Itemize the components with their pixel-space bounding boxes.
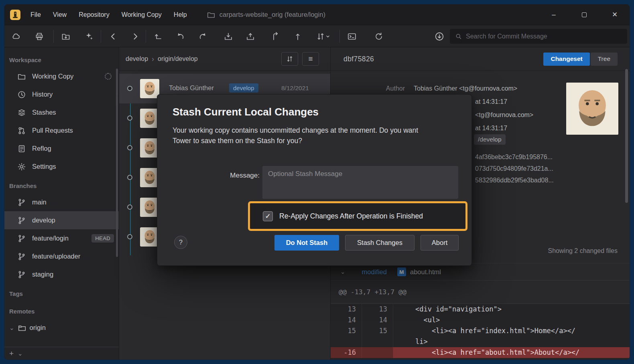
checkmark-icon: ✓ (265, 212, 270, 220)
undo-button[interactable] (172, 28, 189, 45)
close-button[interactable]: ✕ (606, 4, 624, 25)
commit-author: Tobias Günther (169, 84, 214, 92)
abort-button[interactable]: Abort (421, 235, 459, 251)
push-button[interactable] (242, 28, 259, 45)
sidebar-scrollbar[interactable] (116, 69, 118, 257)
hamburger-icon: ≡ (308, 55, 313, 63)
refresh-button[interactable] (370, 28, 387, 45)
commit-graph-node (127, 86, 132, 91)
clock-icon (17, 90, 26, 99)
sidebar-branch-feature-login[interactable]: feature/login HEAD (4, 229, 119, 247)
search-input[interactable] (466, 33, 622, 40)
detail-scrollbar[interactable] (625, 69, 628, 203)
hunk-header-text: @@ -13,7 +13,7 @@ (339, 288, 406, 296)
sidebar-item-working-copy[interactable]: Working Copy (4, 67, 119, 85)
diff-line: 14 14 <ul> (331, 315, 630, 326)
reapply-checkbox[interactable]: ✓ (263, 211, 273, 221)
committed-date: at 14:31:17 (475, 125, 507, 132)
do-not-stash-button[interactable]: Do Not Stash (274, 235, 339, 251)
sidebar-item-label: History (32, 91, 53, 98)
menu-working-copy[interactable]: Working Copy (116, 4, 168, 25)
compare-view-button[interactable] (281, 52, 298, 66)
rebase-button[interactable] (289, 28, 306, 45)
remotes-section-header: Remotes (4, 304, 119, 319)
checkout-button[interactable] (150, 28, 167, 45)
hash-value: 4af36bebc3c7c9b195876... (475, 154, 553, 161)
list-options-button[interactable]: ≡ (302, 52, 319, 66)
compare-branches-button[interactable] (311, 28, 335, 45)
add-button[interactable]: + (4, 349, 18, 358)
branches-section-header: Branches (4, 179, 119, 193)
diff-code: <div id="navigation"> (393, 304, 630, 315)
modified-badge: M (397, 267, 406, 276)
avatar (140, 138, 159, 158)
print-button[interactable] (31, 28, 48, 45)
sidebar-item-settings[interactable]: Settings (4, 158, 119, 176)
minimize-button[interactable]: – (545, 4, 563, 25)
chevron-right-icon (130, 32, 140, 41)
remote-label: origin (30, 324, 46, 332)
menu-help[interactable]: Help (168, 4, 193, 25)
download-updates-button[interactable] (431, 28, 448, 45)
window-repo-title: carparts-website_orig (feature/login) (207, 10, 325, 19)
tray-arrow-down-icon (224, 32, 233, 41)
pull-request-icon (17, 126, 26, 135)
breadcrumb-remote-branch: origin/develop (158, 55, 198, 63)
branch-badge: develop (229, 83, 258, 93)
maximize-button[interactable] (575, 4, 593, 25)
toolbar-separator (53, 30, 54, 43)
menu-file[interactable]: File (24, 4, 47, 25)
menu-view[interactable]: View (47, 4, 73, 25)
help-button[interactable]: ? (174, 236, 187, 249)
chevron-down-icon[interactable]: ⌄ (340, 268, 345, 275)
sidebar-item-reflog[interactable]: Reflog (4, 140, 119, 158)
sidebar-branch-feature-uploader[interactable]: feature/uploader (4, 247, 119, 265)
tray-arrow-up-icon (246, 32, 255, 41)
diff-code: li> (393, 336, 630, 347)
reapply-checkbox-label: Re-Apply Changes After Operation is Fini… (279, 212, 423, 220)
open-terminal-button[interactable] (343, 28, 360, 45)
navigate-back-button[interactable] (105, 28, 122, 45)
cloud-services-button[interactable] (8, 28, 24, 45)
avatar (140, 198, 159, 217)
menu-repository[interactable]: Repository (73, 4, 115, 25)
commit-list-actions: ≡ (281, 52, 319, 66)
stash-changes-button[interactable]: Stash Changes (345, 235, 415, 251)
sidebar: Workspace Working Copy History Stashes P… (4, 47, 119, 360)
sparkles-icon (84, 32, 94, 41)
merge-button[interactable] (267, 28, 284, 45)
avatar (140, 109, 159, 128)
avatar (140, 227, 159, 247)
open-repository-button[interactable] (57, 28, 74, 45)
stash-message-input[interactable] (262, 166, 458, 199)
avatar (140, 79, 159, 98)
navigate-forward-button[interactable] (127, 28, 144, 45)
loading-spinner-icon (105, 73, 112, 80)
tab-tree[interactable]: Tree (591, 53, 618, 66)
sidebar-branch-main[interactable]: main (4, 193, 119, 211)
toolbar-separator (146, 30, 146, 43)
avatar (140, 168, 159, 187)
commit-search-box[interactable] (450, 29, 627, 44)
sidebar-item-stashes[interactable]: Stashes (4, 103, 119, 121)
commit-hash: dbf75826 (331, 55, 374, 63)
workspace-section-header: Workspace (4, 53, 119, 67)
sidebar-branch-staging[interactable]: staging (4, 265, 119, 283)
stack-icon (17, 108, 26, 117)
branch-ref-badge: /develop (474, 134, 506, 145)
sidebar-item-pull-requests[interactable]: Pull Requests (4, 121, 119, 140)
chevron-down-icon[interactable]: ⌄ (18, 350, 23, 357)
tab-changeset[interactable]: Changeset (543, 53, 589, 66)
chevron-down-icon[interactable]: ⌄ (9, 324, 14, 332)
redo-button[interactable] (195, 28, 211, 45)
sidebar-branch-develop[interactable]: develop (4, 211, 119, 229)
branch-label: staging (32, 271, 53, 278)
compare-branches-icon (316, 32, 330, 41)
sidebar-item-label: Pull Requests (32, 127, 73, 134)
branch-icon (17, 252, 26, 261)
remote-folder-icon (18, 324, 26, 332)
pull-button[interactable] (220, 28, 237, 45)
sidebar-remote-origin[interactable]: ⌄ origin (4, 319, 119, 337)
sidebar-item-history[interactable]: History (4, 85, 119, 103)
quick-actions-button[interactable] (81, 28, 98, 45)
